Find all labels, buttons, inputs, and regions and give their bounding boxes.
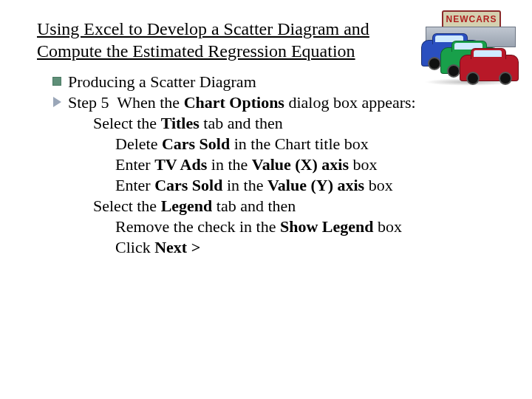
xaxis-text: Enter TV Ads in the Value (X) axis box	[115, 155, 378, 174]
xaxis-row: Enter TV Ads in the Value (X) axis box	[46, 155, 495, 174]
triangle-icon	[46, 93, 68, 107]
producing-text: Producing a Scatter Diagram	[68, 72, 256, 92]
newcars-illustration: NEWCARS	[421, 10, 519, 81]
yaxis-row: Enter Cars Sold in the Value (Y) axis bo…	[46, 176, 495, 195]
legend-tab-text: Select the Legend tab and then	[93, 197, 296, 216]
legend-tab-row: Select the Legend tab and then	[46, 197, 495, 216]
step5-row: Step 5 When the Chart Options dialog box…	[46, 93, 495, 112]
click-next-row: Click Next >	[46, 238, 495, 257]
titles-tab-text: Select the Titles tab and then	[93, 114, 283, 133]
delete-row: Delete Cars Sold in the Chart title box	[46, 134, 495, 154]
remove-check-text: Remove the check in the Show Legend box	[115, 217, 402, 236]
step5-text: Step 5 When the Chart Options dialog box…	[68, 93, 416, 112]
click-next-text: Click Next >	[115, 238, 200, 257]
titles-tab-row: Select the Titles tab and then	[46, 114, 495, 133]
remove-check-row: Remove the check in the Show Legend box	[46, 217, 495, 236]
title-line-2: Compute the Estimated Regression Equatio…	[37, 41, 355, 61]
bullet-icon	[46, 72, 68, 86]
yaxis-text: Enter Cars Sold in the Value (Y) axis bo…	[115, 176, 393, 195]
delete-text: Delete Cars Sold in the Chart title box	[115, 134, 369, 154]
slide-body: Producing a Scatter Diagram Step 5 When …	[37, 72, 495, 257]
slide-title: Using Excel to Develop a Scatter Diagram…	[37, 18, 421, 62]
car-red	[460, 55, 519, 81]
title-line-1: Using Excel to Develop a Scatter Diagram…	[37, 19, 369, 38]
